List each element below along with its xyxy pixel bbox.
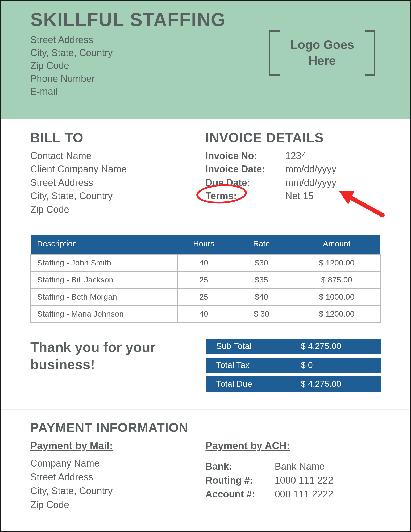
line-items-table: Description Hours Rate Amount Staffing -… (30, 235, 381, 323)
cell-amount: $ 1200.00 (293, 254, 380, 271)
th-description: Description (31, 235, 177, 254)
ach-routing-value: 1000 111 222 (275, 473, 333, 487)
ach-routing-label: Routing #: (206, 473, 275, 487)
cell-amount: $ 1000.00 (293, 288, 380, 305)
payment-mail-block: Payment by Mail: Company Name Street Add… (30, 440, 206, 512)
billto-line-1: Client Company Name (30, 163, 206, 176)
totals-block: Sub Total $ 4,275.00 Total Tax $ 0 Total… (206, 339, 381, 395)
due-date-value: mm/dd/yyyy (285, 176, 337, 189)
bracket-left-icon (269, 30, 280, 76)
table-row: Staffing - John Smith 40 $30 $ 1200.00 (31, 254, 380, 271)
invoice-date-value: mm/dd/yyyy (285, 163, 337, 176)
subtotal-value: $ 4,275.00 (301, 341, 370, 351)
totaldue-label: Total Due (216, 379, 301, 389)
company-name: SKILLFUL STAFFING (30, 9, 381, 30)
invoice-page: SKILLFUL STAFFING Street Address City, S… (0, 0, 411, 532)
thank-you-message: Thank you for your business! (30, 339, 206, 395)
ach-bank-row: Bank: Bank Name (206, 460, 381, 473)
logo-placeholder: Logo Goes Here (269, 30, 375, 76)
invoice-date-row: Invoice Date: mm/dd/yyyy (206, 163, 381, 176)
invoice-no-label: Invoice No: (206, 149, 285, 163)
due-date-row: Due Date: mm/dd/yyyy (206, 176, 381, 189)
mail-line-3: Zip Code (30, 498, 206, 512)
ach-account-value: 000 111 2222 (275, 487, 333, 501)
payment-mail-title: Payment by Mail: (30, 440, 206, 452)
logo-text-line2: Here (309, 54, 336, 68)
cell-desc: Staffing - Beth Morgan (31, 288, 177, 305)
line-items-section: Description Hours Rate Amount Staffing -… (1, 224, 410, 323)
logo-text-line1: Logo Goes (290, 38, 354, 52)
cell-rate: $30 (230, 254, 293, 271)
terms-label: Terms: (206, 189, 285, 203)
th-hours: Hours (177, 235, 230, 254)
subtotal-label: Sub Total (216, 341, 301, 351)
invoice-details-block: INVOICE DETAILS Invoice No: 1234 Invoice… (206, 130, 381, 216)
bill-to-block: BILL TO Contact Name Client Company Name… (30, 130, 206, 216)
totaldue-row: Total Due $ 4,275.00 (206, 376, 381, 392)
invoice-details-title: INVOICE DETAILS (206, 130, 381, 146)
tax-label: Total Tax (216, 360, 301, 370)
cell-hours: 25 (177, 271, 230, 288)
mail-line-1: Street Address (30, 470, 206, 484)
cell-amount: $ 1200.00 (293, 305, 380, 322)
tax-value: $ 0 (301, 360, 370, 370)
cell-rate: $ 30 (230, 305, 293, 322)
cell-hours: 25 (177, 288, 230, 305)
cell-hours: 40 (177, 254, 230, 271)
terms-value: Net 15 (285, 189, 314, 203)
billto-line-3: City, State, Country (30, 189, 206, 203)
bill-to-title: BILL TO (30, 130, 206, 146)
bracket-right-icon (365, 30, 375, 76)
mail-line-2: City, State, Country (30, 484, 206, 498)
ach-bank-label: Bank: (206, 460, 275, 473)
billto-line-2: Street Address (30, 176, 206, 189)
table-header-row: Description Hours Rate Amount (31, 235, 380, 254)
th-rate: Rate (230, 235, 293, 254)
thanks-line1: Thank you for your (30, 339, 156, 355)
table-row: Staffing - Bill Jackson 25 $35 $ 875.00 (31, 271, 380, 288)
table-row: Staffing - Beth Morgan 25 $40 $ 1000.00 (31, 288, 380, 305)
due-date-label: Due Date: (206, 176, 285, 189)
cell-rate: $35 (230, 271, 293, 288)
tax-row: Total Tax $ 0 (206, 358, 381, 373)
cell-desc: Staffing - Maria Johnson (31, 305, 177, 322)
mail-line-0: Company Name (30, 456, 206, 470)
billto-line-0: Contact Name (30, 149, 206, 163)
ach-bank-value: Bank Name (275, 460, 325, 473)
cell-amount: $ 875.00 (293, 271, 380, 288)
invoice-no-row: Invoice No: 1234 (206, 149, 381, 163)
subtotal-row: Sub Total $ 4,275.00 (206, 339, 381, 354)
cell-hours: 40 (177, 305, 230, 322)
ach-routing-row: Routing #: 1000 111 222 (206, 473, 381, 487)
th-amount: Amount (293, 235, 380, 254)
payment-ach-title: Payment by ACH: (206, 440, 381, 452)
payment-ach-block: Payment by ACH: Bank: Bank Name Routing … (206, 440, 381, 512)
ach-account-label: Account #: (206, 487, 275, 501)
bill-invoice-row: BILL TO Contact Name Client Company Name… (1, 119, 410, 224)
thanks-line2: business! (30, 357, 95, 372)
payment-section: PAYMENT INFORMATION Payment by Mail: Com… (1, 410, 410, 512)
invoice-no-value: 1234 (285, 149, 307, 163)
ach-account-row: Account #: 000 111 2222 (206, 487, 381, 501)
terms-row: Terms: Net 15 (206, 189, 381, 203)
table-row: Staffing - Maria Johnson 40 $ 30 $ 1200.… (31, 305, 380, 322)
company-email: E-mail (30, 85, 381, 98)
payment-title: PAYMENT INFORMATION (30, 420, 381, 435)
invoice-date-label: Invoice Date: (206, 163, 285, 176)
cell-desc: Staffing - Bill Jackson (31, 271, 177, 288)
billto-line-4: Zip Code (30, 203, 206, 216)
cell-rate: $40 (230, 288, 293, 305)
cell-desc: Staffing - John Smith (31, 254, 177, 271)
totaldue-value: $ 4,275.00 (301, 379, 370, 389)
totals-section: Thank you for your business! Sub Total $… (1, 323, 410, 409)
company-header: SKILLFUL STAFFING Street Address City, S… (1, 1, 410, 119)
